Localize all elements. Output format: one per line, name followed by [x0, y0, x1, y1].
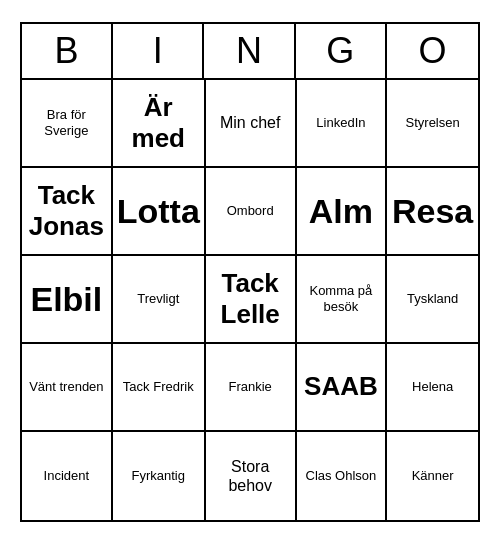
- bingo-cell-text-2: Min chef: [220, 113, 280, 132]
- bingo-cell-22[interactable]: Stora behov: [206, 432, 297, 520]
- bingo-cell-text-24: Känner: [412, 468, 454, 484]
- bingo-cell-7[interactable]: Ombord: [206, 168, 297, 256]
- bingo-cell-text-7: Ombord: [227, 203, 274, 219]
- bingo-cell-15[interactable]: Vänt trenden: [22, 344, 113, 432]
- bingo-header: BINGO: [22, 24, 478, 80]
- bingo-cell-text-16: Tack Fredrik: [123, 379, 194, 395]
- bingo-cell-24[interactable]: Känner: [387, 432, 478, 520]
- bingo-cell-20[interactable]: Incident: [22, 432, 113, 520]
- bingo-cell-8[interactable]: Alm: [297, 168, 388, 256]
- bingo-cell-text-18: SAAB: [304, 371, 378, 402]
- header-letter-g: G: [296, 24, 387, 78]
- bingo-cell-10[interactable]: Elbil: [22, 256, 113, 344]
- bingo-cell-17[interactable]: Frankie: [206, 344, 297, 432]
- bingo-cell-text-13: Komma på besök: [301, 283, 382, 314]
- bingo-cell-text-15: Vänt trenden: [29, 379, 103, 395]
- bingo-cell-text-1: Är med: [117, 92, 200, 154]
- bingo-cell-2[interactable]: Min chef: [206, 80, 297, 168]
- bingo-cell-6[interactable]: Lotta: [113, 168, 206, 256]
- bingo-cell-text-21: Fyrkantig: [132, 468, 185, 484]
- bingo-cell-21[interactable]: Fyrkantig: [113, 432, 206, 520]
- bingo-cell-16[interactable]: Tack Fredrik: [113, 344, 206, 432]
- bingo-cell-18[interactable]: SAAB: [297, 344, 388, 432]
- header-letter-n: N: [204, 24, 295, 78]
- bingo-card: BINGO Bra för SverigeÄr medMin chefLinke…: [20, 22, 480, 522]
- bingo-cell-text-12: Tack Lelle: [210, 268, 291, 330]
- bingo-cell-3[interactable]: LinkedIn: [297, 80, 388, 168]
- bingo-cell-text-17: Frankie: [229, 379, 272, 395]
- bingo-cell-text-9: Resa: [392, 191, 473, 232]
- bingo-cell-14[interactable]: Tyskland: [387, 256, 478, 344]
- header-letter-o: O: [387, 24, 478, 78]
- bingo-cell-0[interactable]: Bra för Sverige: [22, 80, 113, 168]
- bingo-cell-1[interactable]: Är med: [113, 80, 206, 168]
- bingo-cell-text-23: Clas Ohlson: [306, 468, 377, 484]
- bingo-cell-text-22: Stora behov: [210, 457, 291, 495]
- bingo-cell-9[interactable]: Resa: [387, 168, 478, 256]
- bingo-grid: Bra för SverigeÄr medMin chefLinkedInSty…: [22, 80, 478, 520]
- bingo-cell-19[interactable]: Helena: [387, 344, 478, 432]
- bingo-cell-text-3: LinkedIn: [316, 115, 365, 131]
- bingo-cell-text-0: Bra för Sverige: [26, 107, 107, 138]
- header-letter-b: B: [22, 24, 113, 78]
- bingo-cell-4[interactable]: Styrelsen: [387, 80, 478, 168]
- bingo-cell-23[interactable]: Clas Ohlson: [297, 432, 388, 520]
- header-letter-i: I: [113, 24, 204, 78]
- bingo-cell-text-20: Incident: [44, 468, 90, 484]
- bingo-cell-12[interactable]: Tack Lelle: [206, 256, 297, 344]
- bingo-cell-text-19: Helena: [412, 379, 453, 395]
- bingo-cell-11[interactable]: Trevligt: [113, 256, 206, 344]
- bingo-cell-text-5: Tack Jonas: [26, 180, 107, 242]
- bingo-cell-text-11: Trevligt: [137, 291, 179, 307]
- bingo-cell-text-14: Tyskland: [407, 291, 458, 307]
- bingo-cell-text-10: Elbil: [30, 279, 102, 320]
- bingo-cell-5[interactable]: Tack Jonas: [22, 168, 113, 256]
- bingo-cell-13[interactable]: Komma på besök: [297, 256, 388, 344]
- bingo-cell-text-6: Lotta: [117, 191, 200, 232]
- bingo-cell-text-4: Styrelsen: [406, 115, 460, 131]
- bingo-cell-text-8: Alm: [309, 191, 373, 232]
